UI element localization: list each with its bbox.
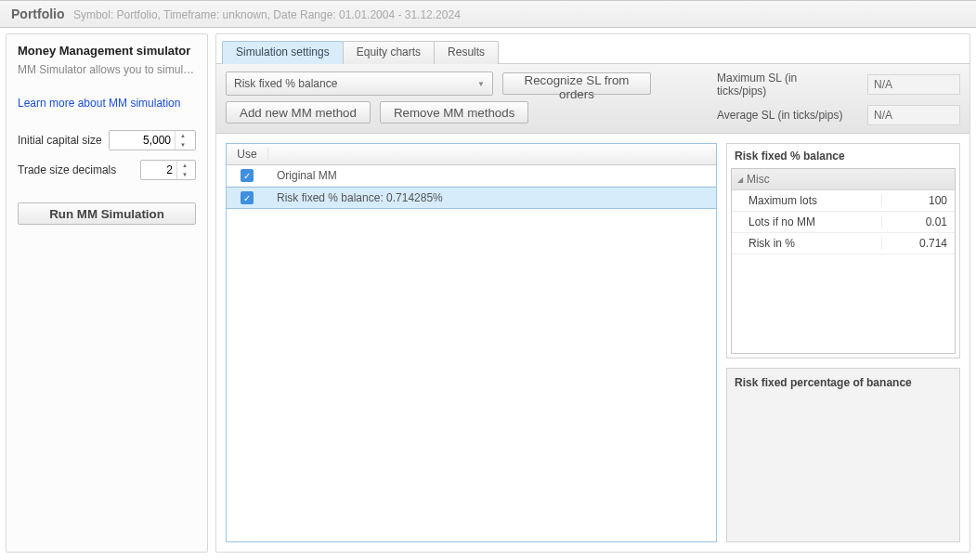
sidebar-desc: MM Simulator allows you to simulate diff… <box>18 63 196 76</box>
grid-header: Use <box>227 144 716 165</box>
learn-more-link[interactable]: Learn more about MM simulation <box>18 97 196 110</box>
decimals-spinner[interactable]: ▲ ▼ <box>140 160 196 180</box>
property-row[interactable]: Risk in % 0.714 <box>732 233 955 254</box>
prop-val[interactable]: 100 <box>882 194 955 207</box>
chevron-down-icon: ▼ <box>477 80 485 88</box>
chevron-up-icon[interactable]: ▲ <box>176 131 190 140</box>
prop-key: Risk in % <box>732 237 882 250</box>
property-grid[interactable]: ◢ Misc Maximum lots 100 Lots if no MM 0.… <box>731 168 956 354</box>
initial-capital-input[interactable] <box>110 134 175 147</box>
category-label: Misc <box>747 173 770 186</box>
description-panel: Risk fixed percentage of banance <box>726 368 960 542</box>
property-row[interactable]: Maximum lots 100 <box>732 190 955 212</box>
initial-capital-label: Initial capital size <box>18 134 102 147</box>
tab-equity-charts[interactable]: Equity charts <box>343 41 435 64</box>
prop-key: Maximum lots <box>732 194 882 207</box>
chevron-down-icon[interactable]: ▼ <box>176 140 190 150</box>
prop-key: Lots if no MM <box>732 215 882 228</box>
property-category[interactable]: ◢ Misc <box>732 169 955 190</box>
spinner-arrows[interactable]: ▲ ▼ <box>176 161 192 179</box>
max-sl-label: Maximum SL (in ticks/pips) <box>717 72 849 98</box>
sidebar-heading: Money Management simulator <box>18 44 196 58</box>
max-sl-value: N/A <box>867 74 960 95</box>
table-row[interactable]: ✓ Original MM <box>227 165 716 187</box>
mm-method-select[interactable]: Risk fixed % balance ▼ <box>226 72 493 96</box>
run-simulation-button[interactable]: Run MM Simulation <box>18 202 196 225</box>
tab-simulation-settings[interactable]: Simulation settings <box>222 41 344 64</box>
mm-methods-grid[interactable]: Use ✓ Original MM ✓ Risk fixed % balance… <box>226 143 717 542</box>
property-row[interactable]: Lots if no MM 0.01 <box>732 212 955 233</box>
property-title: Risk fixed % balance <box>727 144 959 168</box>
decimals-input[interactable] <box>141 163 176 176</box>
col-use-header[interactable]: Use <box>227 148 268 161</box>
table-row[interactable]: ✓ Risk fixed % balance: 0.714285% <box>227 187 716 209</box>
tab-results[interactable]: Results <box>434 41 499 64</box>
app-meta: Symbol: Portfolio, Timeframe: unknown, D… <box>73 8 461 21</box>
app-title: Portfolio <box>11 7 65 21</box>
tabs: Simulation settings Equity charts Result… <box>216 34 969 64</box>
toolbar: Risk fixed % balance ▼ Recognize SL from… <box>216 64 969 134</box>
sidebar: Money Management simulator MM Simulator … <box>6 33 208 553</box>
check-icon: ✓ <box>241 169 254 182</box>
property-panel: Risk fixed % balance ◢ Misc Maximum lots… <box>726 143 960 358</box>
check-icon: ✓ <box>241 191 254 204</box>
decimals-label: Trade size decimals <box>18 163 116 176</box>
prop-val[interactable]: 0.01 <box>882 215 955 228</box>
prop-val[interactable]: 0.714 <box>882 237 955 250</box>
spinner-arrows[interactable]: ▲ ▼ <box>175 131 190 150</box>
caret-down-icon: ◢ <box>737 176 743 184</box>
avg-sl-label: Average SL (in ticks/pips) <box>717 109 849 122</box>
add-mm-method-button[interactable]: Add new MM method <box>226 101 371 124</box>
use-checkbox[interactable]: ✓ <box>227 191 267 204</box>
row-label: Original MM <box>267 169 716 182</box>
recognize-sl-button[interactable]: Recognize SL from orders <box>502 72 651 95</box>
remove-mm-methods-button[interactable]: Remove MM methods <box>380 101 528 124</box>
select-value: Risk fixed % balance <box>234 77 337 90</box>
title-bar: Portfolio Symbol: Portfolio, Timeframe: … <box>0 0 976 28</box>
chevron-up-icon[interactable]: ▲ <box>177 161 192 170</box>
chevron-down-icon[interactable]: ▼ <box>177 170 192 179</box>
initial-capital-spinner[interactable]: ▲ ▼ <box>109 130 196 150</box>
main-panel: Simulation settings Equity charts Result… <box>215 33 970 553</box>
row-label: Risk fixed % balance: 0.714285% <box>267 191 716 204</box>
use-checkbox[interactable]: ✓ <box>227 169 267 182</box>
avg-sl-value: N/A <box>867 105 960 125</box>
description-title: Risk fixed percentage of banance <box>735 376 952 389</box>
